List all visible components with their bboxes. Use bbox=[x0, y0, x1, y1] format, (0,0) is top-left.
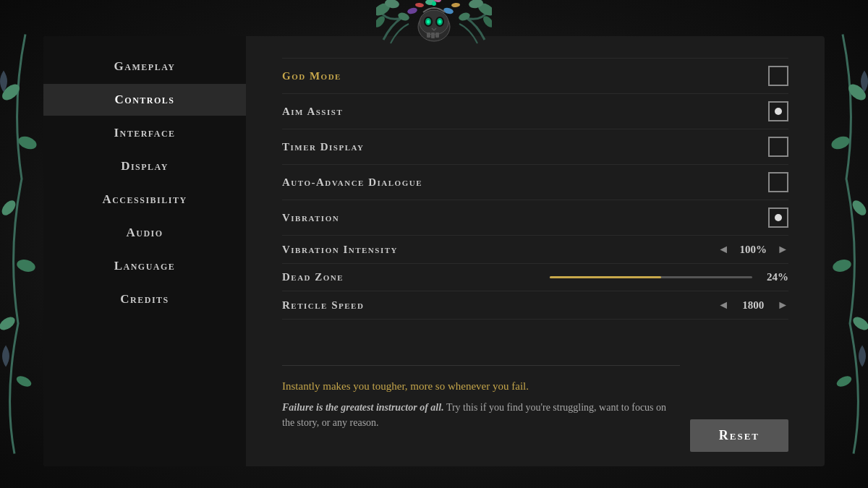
setting-label-vibration: Vibration bbox=[282, 212, 339, 224]
setting-control-auto-advance bbox=[768, 172, 788, 192]
description-line1: Instantly makes you tougher, more so whe… bbox=[282, 380, 680, 393]
checkbox-timer-display[interactable] bbox=[768, 137, 788, 157]
setting-row-dead-zone: Dead Zone 24% bbox=[282, 264, 788, 291]
setting-control-god-mode bbox=[768, 66, 788, 86]
setting-label-timer-display: Timer Display bbox=[282, 141, 364, 153]
sidebar-item-interface[interactable]: Interface bbox=[43, 117, 246, 149]
skull-decoration bbox=[376, 0, 492, 51]
setting-label-dead-zone: Dead Zone bbox=[282, 271, 344, 283]
arrow-right-reticle-speed[interactable]: ► bbox=[777, 299, 788, 312]
value-reticle-speed: 1800 bbox=[735, 299, 771, 312]
arrow-control-reticle-speed: ◄ 1800 ► bbox=[718, 299, 788, 312]
sidebar-item-display[interactable]: Display bbox=[43, 150, 246, 182]
svg-point-8 bbox=[407, 7, 418, 14]
sidebar-item-accessibility[interactable]: Accessibility bbox=[43, 184, 246, 215]
reset-button[interactable]: Reset bbox=[690, 419, 788, 452]
value-dead-zone: 24% bbox=[760, 271, 788, 283]
setting-row-vibration: Vibration bbox=[282, 200, 788, 236]
svg-rect-22 bbox=[427, 33, 430, 38]
settings-area: God Mode Aim Assist Timer Display bbox=[282, 58, 788, 358]
svg-point-21 bbox=[438, 20, 441, 24]
setting-control-timer-display bbox=[768, 137, 788, 157]
arrow-right-vibration-intensity[interactable]: ► bbox=[777, 243, 788, 256]
slider-track-dead-zone[interactable] bbox=[550, 276, 752, 278]
description-bold: Failure is the greatest instructor of al… bbox=[282, 402, 444, 413]
svg-point-9 bbox=[415, 2, 424, 7]
sidebar-item-controls[interactable]: Controls bbox=[43, 84, 246, 116]
checkbox-vibration[interactable] bbox=[768, 207, 788, 228]
sidebar-item-credits[interactable]: Credits bbox=[43, 283, 246, 315]
setting-label-god-mode: God Mode bbox=[282, 70, 341, 82]
sidebar: Gameplay Controls Interface Display Acce… bbox=[43, 36, 246, 466]
sidebar-item-language[interactable]: Language bbox=[43, 250, 246, 282]
svg-point-20 bbox=[427, 20, 430, 24]
setting-control-vibration bbox=[768, 207, 788, 228]
value-vibration-intensity: 100% bbox=[735, 244, 771, 256]
content-area: God Mode Aim Assist Timer Display bbox=[246, 36, 825, 466]
svg-rect-23 bbox=[431, 33, 435, 38]
checkbox-god-mode[interactable] bbox=[768, 66, 788, 86]
setting-row-god-mode: God Mode bbox=[282, 58, 788, 94]
slider-control-dead-zone: 24% bbox=[344, 271, 788, 283]
setting-row-reticle-speed: Reticle Speed ◄ 1800 ► bbox=[282, 291, 788, 320]
setting-row-vibration-intensity: Vibration Intensity ◄ 100% ► bbox=[282, 236, 788, 264]
setting-control-aim-assist bbox=[768, 101, 788, 121]
setting-row-aim-assist: Aim Assist bbox=[282, 94, 788, 129]
arrow-left-vibration-intensity[interactable]: ◄ bbox=[718, 243, 729, 256]
setting-label-vibration-intensity: Vibration Intensity bbox=[282, 244, 398, 256]
sidebar-item-gameplay[interactable]: Gameplay bbox=[43, 51, 246, 82]
setting-label-aim-assist: Aim Assist bbox=[282, 106, 343, 118]
svg-rect-24 bbox=[435, 33, 439, 38]
checkbox-auto-advance[interactable] bbox=[768, 172, 788, 192]
description-area: Instantly makes you tougher, more so whe… bbox=[282, 365, 680, 445]
svg-point-11 bbox=[451, 2, 460, 7]
setting-label-auto-advance: Auto-Advance Dialogue bbox=[282, 176, 422, 189]
description-line2: Failure is the greatest instructor of al… bbox=[282, 400, 680, 430]
sidebar-item-audio[interactable]: Audio bbox=[43, 217, 246, 249]
checkbox-aim-assist[interactable] bbox=[768, 101, 788, 121]
setting-row-timer-display: Timer Display bbox=[282, 129, 788, 165]
setting-label-reticle-speed: Reticle Speed bbox=[282, 299, 364, 312]
setting-row-auto-advance: Auto-Advance Dialogue bbox=[282, 165, 788, 200]
slider-fill-dead-zone bbox=[550, 276, 661, 278]
svg-point-25 bbox=[432, 1, 436, 6]
arrow-left-reticle-speed[interactable]: ◄ bbox=[718, 299, 729, 312]
main-panel: Gameplay Controls Interface Display Acce… bbox=[43, 36, 825, 466]
arrow-control-vibration-intensity: ◄ 100% ► bbox=[718, 243, 788, 256]
